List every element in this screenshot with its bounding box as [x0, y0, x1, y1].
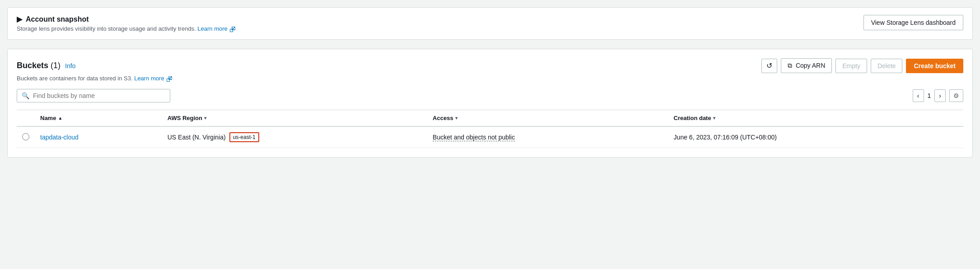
snapshot-title-text: Account snapshot	[26, 15, 89, 23]
account-snapshot-card: ▶ Account snapshot Storage lens provides…	[7, 7, 973, 40]
sort-up-icon: ▲	[58, 116, 62, 121]
view-storage-lens-dashboard-button[interactable]: View Storage Lens dashboard	[863, 15, 963, 30]
snapshot-subtitle: Storage lens provides visibility into st…	[17, 25, 235, 32]
buckets-learn-more-link[interactable]: Learn more	[134, 75, 172, 82]
next-page-button[interactable]: ›	[934, 89, 946, 102]
region-badge: us-east-1	[229, 132, 259, 142]
bucket-name-link-0[interactable]: tapdata-cloud	[40, 134, 79, 141]
copy-arn-button[interactable]: ⧉ Copy ARN	[781, 58, 832, 73]
buckets-subtitle: Buckets are containers for data stored i…	[17, 75, 963, 82]
pagination-controls: ‹ 1 › ⚙	[913, 89, 963, 102]
delete-button[interactable]: Delete	[871, 59, 902, 73]
buckets-table: Name ▲ AWS Region ▾ Access ▾	[17, 110, 963, 148]
settings-icon: ⚙	[953, 92, 959, 99]
buckets-title: Buckets (1)	[17, 61, 61, 70]
page-number: 1	[928, 92, 931, 99]
table-header-access[interactable]: Access ▾	[427, 110, 668, 127]
buckets-header: Buckets (1) Info ↺ ⧉ Copy ARN Empty Dele…	[17, 58, 963, 73]
external-link-icon	[230, 27, 235, 32]
row-region-cell: US East (N. Virginia) us-east-1	[162, 126, 427, 148]
buckets-actions: ↺ ⧉ Copy ARN Empty Delete Create bucket	[761, 58, 963, 73]
snapshot-arrow-icon: ▶	[17, 15, 22, 23]
table-header: Name ▲ AWS Region ▾ Access ▾	[17, 110, 963, 127]
snapshot-subtitle-text: Storage lens provides visibility into st…	[17, 25, 196, 32]
table-header-aws-region[interactable]: AWS Region ▾	[162, 110, 427, 127]
table-header-creation-date[interactable]: Creation date ▾	[668, 110, 963, 127]
creation-date-text: June 6, 2023, 07:16:09 (UTC+08:00)	[674, 134, 777, 141]
snapshot-learn-more-link[interactable]: Learn more	[197, 25, 235, 32]
sort-down-icon-access: ▾	[455, 116, 457, 121]
table-settings-button[interactable]: ⚙	[949, 89, 963, 102]
buckets-card: Buckets (1) Info ↺ ⧉ Copy ARN Empty Dele…	[7, 49, 973, 158]
table-header-name[interactable]: Name ▲	[35, 110, 162, 127]
region-full-text: US East (N. Virginia)	[168, 134, 226, 141]
search-input[interactable]	[33, 92, 165, 99]
refresh-icon: ↺	[766, 62, 772, 70]
row-access-cell: Bucket and objects not public	[427, 126, 668, 148]
row-radio-cell	[17, 126, 35, 148]
create-bucket-button[interactable]: Create bucket	[906, 59, 963, 73]
row-name-cell: tapdata-cloud	[35, 126, 162, 148]
sort-down-icon-date: ▾	[713, 116, 715, 121]
sort-down-icon-region: ▾	[204, 116, 206, 121]
search-box: 🔍	[17, 89, 170, 102]
table-row: tapdata-cloud US East (N. Virginia) us-e…	[17, 126, 963, 148]
snapshot-title: ▶ Account snapshot	[17, 15, 235, 23]
chevron-right-icon: ›	[939, 92, 941, 99]
bucket-radio-0[interactable]	[22, 133, 29, 140]
copy-icon: ⧉	[788, 62, 792, 70]
table-body: tapdata-cloud US East (N. Virginia) us-e…	[17, 126, 963, 148]
prev-page-button[interactable]: ‹	[913, 89, 924, 102]
search-pagination-row: 🔍 ‹ 1 › ⚙	[17, 89, 963, 102]
refresh-button[interactable]: ↺	[761, 59, 777, 73]
snapshot-left: ▶ Account snapshot Storage lens provides…	[17, 15, 235, 32]
chevron-left-icon: ‹	[917, 92, 919, 99]
buckets-title-area: Buckets (1) Info	[17, 61, 75, 70]
info-link[interactable]: Info	[65, 62, 75, 70]
buckets-external-link-icon	[167, 76, 172, 82]
empty-button[interactable]: Empty	[835, 59, 867, 73]
access-text: Bucket and objects not public	[433, 134, 515, 141]
row-creation-date-cell: June 6, 2023, 07:16:09 (UTC+08:00)	[668, 126, 963, 148]
search-icon: 🔍	[22, 92, 29, 99]
table-header-checkbox	[17, 110, 35, 127]
